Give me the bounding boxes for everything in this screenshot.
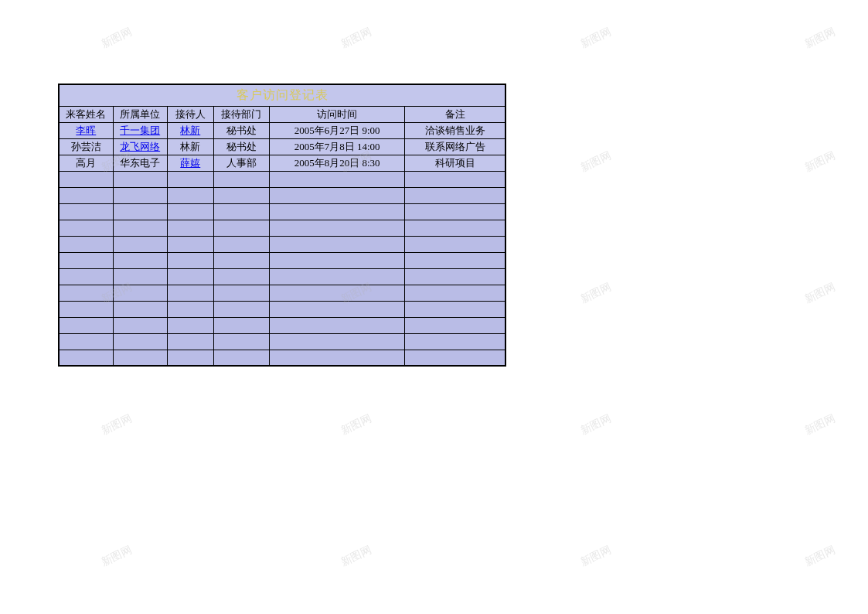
watermark: 新图网	[802, 25, 838, 51]
empty-cell	[167, 268, 213, 285]
empty-cell	[167, 252, 213, 268]
header-notes: 备注	[405, 106, 505, 122]
empty-row	[59, 220, 505, 236]
empty-cell	[269, 236, 404, 252]
empty-cell	[405, 350, 505, 366]
empty-cell	[269, 187, 404, 203]
receiver-link[interactable]: 林新	[180, 125, 200, 136]
header-receiver: 接待人	[167, 106, 213, 122]
empty-cell	[167, 171, 213, 187]
cell-receiver: 薛嬉	[167, 155, 213, 171]
empty-cell	[167, 285, 213, 301]
cell-receiver: 林新	[167, 138, 213, 155]
empty-cell	[213, 171, 269, 187]
cell-visit_time: 2005年8月20日 8:30	[269, 155, 404, 171]
cell-notes: 科研项目	[405, 155, 505, 171]
empty-cell	[405, 220, 505, 236]
empty-cell	[269, 285, 404, 301]
empty-row	[59, 203, 505, 220]
empty-cell	[113, 187, 167, 203]
cell-company: 华东电子	[113, 155, 167, 171]
cell-visitor_name: 高月	[59, 155, 113, 171]
empty-cell	[113, 350, 167, 366]
cell-company: 龙飞网络	[113, 138, 167, 155]
empty-row	[59, 350, 505, 366]
watermark: 新图网	[578, 25, 614, 51]
empty-row	[59, 333, 505, 350]
empty-cell	[269, 220, 404, 236]
watermark: 新图网	[99, 543, 134, 569]
empty-cell	[269, 301, 404, 317]
empty-cell	[269, 252, 404, 268]
empty-row	[59, 301, 505, 317]
empty-cell	[59, 301, 113, 317]
empty-row	[59, 317, 505, 333]
empty-cell	[113, 285, 167, 301]
empty-cell	[213, 236, 269, 252]
empty-cell	[59, 171, 113, 187]
empty-cell	[213, 301, 269, 317]
empty-cell	[213, 187, 269, 203]
empty-cell	[59, 317, 113, 333]
empty-cell	[59, 203, 113, 220]
visitor_name-link[interactable]: 李晖	[76, 125, 96, 136]
empty-cell	[113, 317, 167, 333]
watermark: 新图网	[578, 411, 614, 438]
empty-cell	[213, 285, 269, 301]
header-company: 所属单位	[113, 106, 167, 122]
empty-cell	[269, 171, 404, 187]
empty-cell	[405, 317, 505, 333]
company-link[interactable]: 千一集团	[120, 125, 160, 136]
empty-cell	[167, 187, 213, 203]
empty-cell	[167, 220, 213, 236]
visitor-log-table-container: 客户访问登记表 来客姓名 所属单位 接待人 接待部门 访问时间 备注 李晖千一集…	[58, 84, 506, 367]
empty-cell	[113, 203, 167, 220]
table-row: 高月华东电子薛嬉人事部2005年8月20日 8:30科研项目	[59, 155, 505, 171]
empty-cell	[405, 268, 505, 285]
table-row: 孙芸洁龙飞网络林新秘书处2005年7月8日 14:00联系网络广告	[59, 138, 505, 155]
empty-cell	[113, 301, 167, 317]
cell-visitor_name: 孙芸洁	[59, 138, 113, 155]
watermark: 新图网	[578, 280, 614, 306]
empty-cell	[213, 268, 269, 285]
cell-department: 人事部	[213, 155, 269, 171]
table-title: 客户访问登记表	[59, 84, 505, 106]
cell-receiver: 林新	[167, 122, 213, 138]
watermark: 新图网	[802, 411, 838, 438]
empty-cell	[213, 317, 269, 333]
empty-cell	[213, 220, 269, 236]
empty-row	[59, 252, 505, 268]
empty-cell	[405, 236, 505, 252]
empty-cell	[113, 171, 167, 187]
cell-notes: 联系网络广告	[405, 138, 505, 155]
empty-cell	[405, 203, 505, 220]
empty-cell	[405, 333, 505, 350]
cell-company: 千一集团	[113, 122, 167, 138]
watermark: 新图网	[339, 411, 374, 438]
empty-cell	[167, 203, 213, 220]
empty-cell	[59, 236, 113, 252]
cell-notes: 洽谈销售业务	[405, 122, 505, 138]
empty-cell	[113, 333, 167, 350]
empty-cell	[59, 350, 113, 366]
empty-cell	[113, 268, 167, 285]
header-visitor-name: 来客姓名	[59, 106, 113, 122]
receiver-link[interactable]: 薛嬉	[180, 157, 200, 169]
empty-cell	[213, 252, 269, 268]
visitor-log-table: 客户访问登记表 来客姓名 所属单位 接待人 接待部门 访问时间 备注 李晖千一集…	[58, 84, 506, 367]
empty-row	[59, 171, 505, 187]
empty-cell	[213, 203, 269, 220]
watermark: 新图网	[99, 25, 134, 51]
company-link[interactable]: 龙飞网络	[120, 141, 160, 152]
empty-cell	[269, 333, 404, 350]
empty-row	[59, 285, 505, 301]
empty-cell	[59, 268, 113, 285]
empty-cell	[405, 301, 505, 317]
cell-department: 秘书处	[213, 138, 269, 155]
cell-department: 秘书处	[213, 122, 269, 138]
empty-row	[59, 268, 505, 285]
empty-cell	[213, 350, 269, 366]
empty-cell	[405, 252, 505, 268]
empty-cell	[405, 171, 505, 187]
empty-cell	[113, 252, 167, 268]
